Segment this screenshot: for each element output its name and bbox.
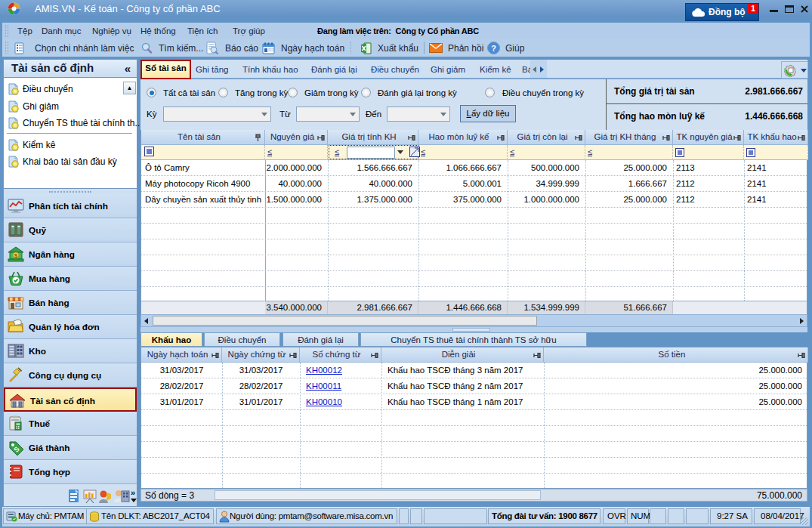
- svg-text:»: »: [131, 488, 135, 497]
- svg-text:$: $: [14, 252, 18, 259]
- svg-text:?: ?: [491, 44, 496, 53]
